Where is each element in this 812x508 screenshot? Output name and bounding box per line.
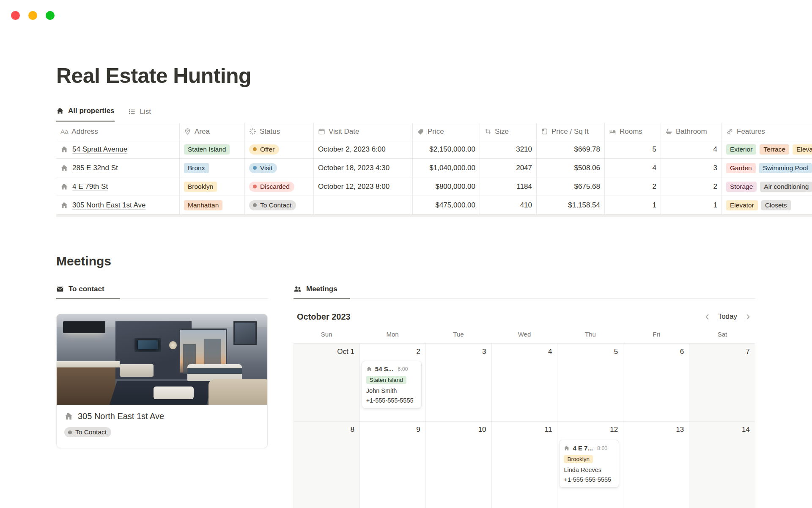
calendar-day-cell[interactable]: 3 [426,344,492,422]
calendar-event-card[interactable]: 54 S... 6:00 Staten Island John Smith +1… [362,361,422,409]
property-link[interactable]: 54 Spratt Avenue [72,145,127,154]
close-window-button[interactable] [11,11,20,20]
size-cell[interactable]: 3210 [480,140,537,158]
status-burst-icon [249,128,256,135]
calendar-date: 11 [492,422,557,438]
area-cell[interactable]: Bronx [180,159,245,177]
tab-to-contact[interactable]: To contact [56,285,120,299]
calendar-nav: Today [703,312,752,321]
visit-date-cell[interactable]: October 18, 2023 4:30 [314,159,413,177]
address-cell[interactable]: 54 Spratt Avenue [56,140,180,158]
calendar-day-cell[interactable]: Oct 1 [294,344,360,422]
column-header-visit-date[interactable]: Visit Date [314,123,413,140]
column-header-status[interactable]: Status [245,123,314,140]
calendar-date: 4 [492,344,557,360]
status-cell[interactable]: To Contact [245,196,314,214]
calendar-day-cell[interactable]: 6 [623,344,689,422]
address-cell[interactable]: 4 E 79th St [56,177,180,196]
area-cell[interactable]: Staten Island [180,140,245,158]
address-cell[interactable]: 285 E 32nd St [56,159,180,177]
area-tag: Bronx [184,163,209,173]
minimize-window-button[interactable] [28,11,37,20]
notion-window: Real Estate Hunting All properties List … [0,0,812,508]
event-phone[interactable]: +1-555-555-5555 [564,476,614,483]
calendar-day-cell[interactable]: 9 [360,422,426,508]
rooms-cell[interactable]: 1 [605,196,661,214]
calendar-day-cell[interactable]: 11 [492,422,558,508]
tab-list[interactable]: List [128,108,151,121]
calendar-day-cell[interactable]: 2 54 S... 6:00 Staten Island John Smith … [360,344,426,422]
address-cell[interactable]: 305 North East 1st Ave [56,196,180,214]
column-header-area[interactable]: Area [180,123,245,140]
next-month-button[interactable] [744,313,752,321]
features-cell[interactable]: Exterior Terrace Elevator [722,140,812,158]
feature-tag: Closets [761,200,791,210]
price-sqft-cell[interactable]: $1,158.54 [537,196,605,214]
status-pill: Offer [249,144,279,155]
size-cell[interactable]: 2047 [480,159,537,177]
visit-date-cell[interactable]: October 12, 2023 8:00 [314,177,413,196]
today-button[interactable]: Today [718,312,737,321]
calendar-day-cell[interactable]: 4 [492,344,558,422]
price-sqft-cell[interactable]: $508.06 [537,159,605,177]
tab-meetings[interactable]: Meetings [294,285,350,299]
zoom-window-button[interactable] [46,11,55,20]
bed-icon [609,128,616,135]
area-cell[interactable]: Brooklyn [180,177,245,196]
size-cell[interactable]: 1184 [480,177,537,196]
property-card[interactable]: 305 North East 1st Ave To Contact [56,314,268,448]
column-header-rooms[interactable]: Rooms [605,123,661,140]
property-link[interactable]: 305 North East 1st Ave [72,201,146,210]
envelope-icon [56,285,64,293]
event-phone[interactable]: +1-555-555-5555 [366,397,417,404]
calendar-day-cell[interactable]: 14 [689,422,755,508]
calendar-day-cell[interactable]: 10 [426,422,492,508]
status-cell[interactable]: Visit [245,159,314,177]
features-cell[interactable]: Storage Air conditioning [722,177,812,196]
chevron-left-icon [703,313,711,321]
price-cell[interactable]: $475,000.00 [413,196,480,214]
calendar-event-card[interactable]: 4 E 7... 8:00 Brooklyn Linda Reeves +1-5… [559,440,619,488]
features-cell[interactable]: Elevator Closets [722,196,812,214]
photo-layer [233,321,257,345]
tab-all-properties[interactable]: All properties [56,107,115,121]
bathroom-cell[interactable]: 1 [661,196,722,214]
area-cell[interactable]: Manhattan [180,196,245,214]
visit-date-cell[interactable] [314,196,413,214]
size-cell[interactable]: 410 [480,196,537,214]
calendar-header: October 2023 Today [294,306,755,327]
price-sqft-cell[interactable]: $669.78 [537,140,605,158]
column-header-features[interactable]: Features [722,123,812,140]
rooms-cell[interactable]: 4 [605,159,661,177]
column-header-price-sqft[interactable]: Price / Sq ft [537,123,605,140]
property-link[interactable]: 4 E 79th St [72,182,108,191]
calendar-day-cell[interactable]: 13 [623,422,689,508]
calendar-day-cell[interactable]: 12 4 E 7... 8:00 Brooklyn Linda Reeves +… [557,422,623,508]
bathroom-cell[interactable]: 2 [661,177,722,196]
bathroom-cell[interactable]: 3 [661,159,722,177]
column-header-price[interactable]: Price [413,123,480,140]
column-header-address[interactable]: AaAddress [56,123,180,140]
property-link[interactable]: 285 E 32nd St [72,164,118,172]
rooms-cell[interactable]: 2 [605,177,661,196]
calendar-date: 8 [294,422,359,438]
column-header-size[interactable]: Size [480,123,537,140]
calendar-day-cell[interactable]: 8 [294,422,360,508]
status-cell[interactable]: Discarded [245,177,314,196]
property-card-address: 305 North East 1st Ave [64,411,260,421]
column-header-bathroom[interactable]: Bathroom [661,123,722,140]
price-cell[interactable]: $800,000.00 [413,177,480,196]
rooms-cell[interactable]: 5 [605,140,661,158]
previous-month-button[interactable] [703,313,711,321]
features-cell[interactable]: Garden Swimming Pool [722,159,812,177]
status-dot [253,185,257,188]
calendar-day-cell[interactable]: 7 [689,344,755,422]
status-dot [68,431,72,434]
visit-date-cell[interactable]: October 2, 2023 6:00 [314,140,413,158]
price-sqft-cell[interactable]: $675.68 [537,177,605,196]
status-cell[interactable]: Offer [245,140,314,158]
bathroom-cell[interactable]: 4 [661,140,722,158]
price-cell[interactable]: $1,040,000.00 [413,159,480,177]
calendar-day-cell[interactable]: 5 [557,344,623,422]
price-cell[interactable]: $2,150,000.00 [413,140,480,158]
